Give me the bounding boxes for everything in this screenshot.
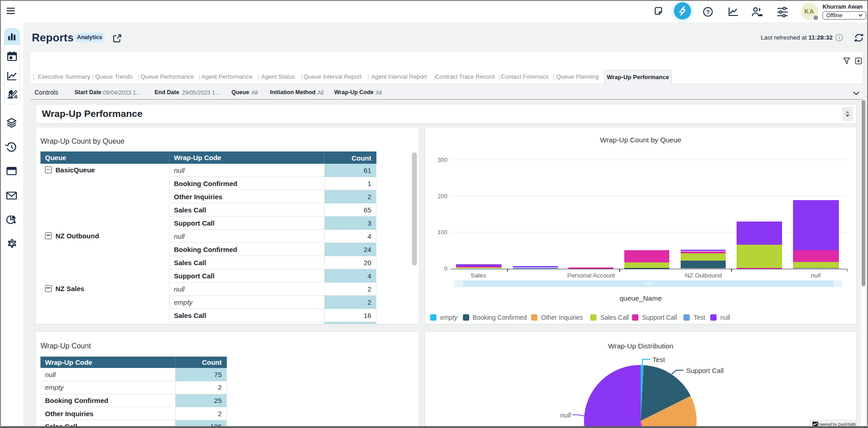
svg-text:?: ? bbox=[706, 9, 710, 15]
